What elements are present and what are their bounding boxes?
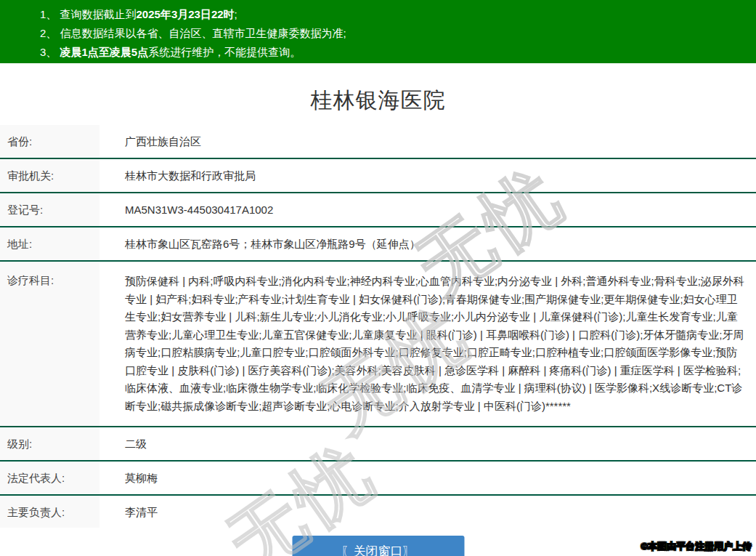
field-label: 主要负责人: [0,496,99,528]
field-label: 省份: [0,125,99,158]
table-row-address: 地址: 桂林市象山区瓦窑路6号；桂林市象山区净瓶路9号（延伸点） [0,227,756,262]
notice-text: 2、 信息数据结果以各省、自治区、直辖市卫生健康委数据为准; [40,27,346,39]
footer: 〖关闭窗口〗 ©本图由平台注册用户上传 [0,528,756,556]
table-row-departments: 诊疗科目: 预防保健科 | 内科;呼吸内科专业;消化内科专业;神经内科专业;心血… [0,262,756,427]
field-value: MA5N31W3-445030417A1002 [99,193,756,226]
field-value: 广西壮族自治区 [99,125,756,158]
field-label: 诊疗科目: [0,262,99,426]
table-row-approval-authority: 审批机关: 桂林市大数据和行政审批局 [0,159,756,193]
field-label: 登记号: [0,193,99,226]
field-value: 预防保健科 | 内科;呼吸内科专业;消化内科专业;神经内科专业;心血管内科专业;… [99,262,756,426]
notice-text: 3、 [40,46,60,58]
notice-bold-text: 2025年3月23日22时 [137,8,235,20]
notice-line-3: 3、 凌晨1点至凌晨5点系统进行维护，不能提供查询。 [40,43,749,62]
hospital-info-table: 省份: 广西壮族自治区 审批机关: 桂林市大数据和行政审批局 登记号: MA5N… [0,125,756,528]
notice-text: 系统进行维护，不能提供查询。 [148,46,301,58]
page-title: 桂林银海医院 [0,63,756,116]
field-value: 李清平 [99,496,756,528]
table-row-legal-representative: 法定代表人: 莫柳梅 [0,462,756,496]
field-value: 桂林市大数据和行政审批局 [99,159,756,192]
close-window-button[interactable]: 〖关闭窗口〗 [292,536,464,556]
table-row-province: 省份: 广西壮族自治区 [0,125,756,159]
field-value: 桂林市象山区瓦窑路6号；桂林市象山区净瓶路9号（延伸点） [99,227,756,260]
notice-banner: 1、 查询数据截止到2025年3月23日22时; 2、 信息数据结果以各省、自治… [0,0,756,63]
notice-line-2: 2、 信息数据结果以各省、自治区、直辖市卫生健康委数据为准; [40,24,749,43]
field-label: 地址: [0,227,99,260]
notice-bold-text: 凌晨1点至凌晨5点 [60,46,149,58]
field-label: 级别: [0,427,99,460]
table-row-registration-number: 登记号: MA5N31W3-445030417A1002 [0,193,756,227]
table-row-principal: 主要负责人: 李清平 [0,496,756,528]
notice-line-1: 1、 查询数据截止到2025年3月23日22时; [40,5,749,24]
notice-text: 1、 查询数据截止到 [40,8,137,20]
field-value: 莫柳梅 [99,462,756,494]
field-value: 二级 [99,427,756,460]
field-label: 法定代表人: [0,462,99,494]
copyright-credit: ©本图由平台注册用户上传 [641,540,752,553]
notice-text: ; [235,8,237,20]
table-row-level: 级别: 二级 [0,427,756,462]
field-label: 审批机关: [0,159,99,192]
